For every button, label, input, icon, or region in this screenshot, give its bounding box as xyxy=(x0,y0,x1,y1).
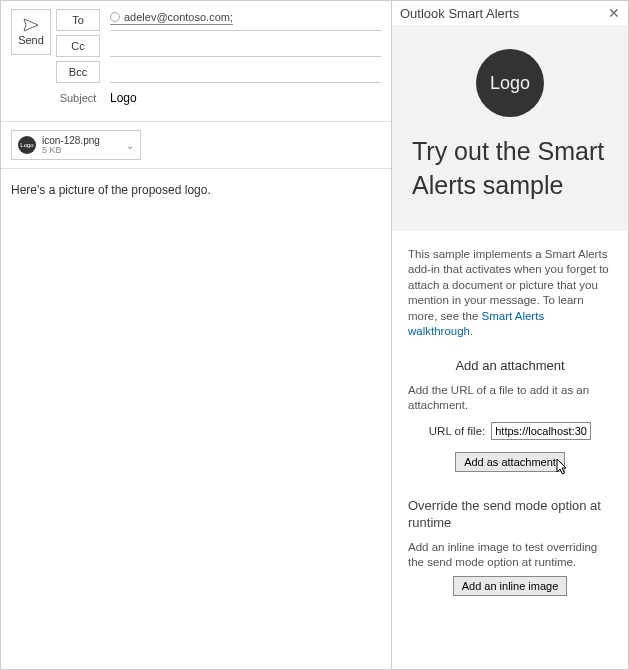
subject-input[interactable] xyxy=(110,87,381,109)
attachment-size: 5 KB xyxy=(42,146,126,156)
send-icon xyxy=(23,18,39,32)
url-label: URL of file: xyxy=(429,425,485,437)
to-button[interactable]: To xyxy=(56,9,100,31)
to-field[interactable]: adelev@contoso.com; xyxy=(110,9,381,31)
add-attachment-title: Add an attachment xyxy=(392,340,628,383)
cc-field[interactable] xyxy=(110,35,381,57)
task-pane-title: Outlook Smart Alerts xyxy=(400,6,608,21)
hero-section: Logo Try out the Smart Alerts sample xyxy=(392,25,628,231)
override-sub: Add an inline image to test overriding t… xyxy=(392,540,628,570)
cc-button[interactable]: Cc xyxy=(56,35,100,57)
description-text: This sample implements a Smart Alerts ad… xyxy=(392,231,628,340)
url-input[interactable] xyxy=(491,422,591,440)
compose-area: Send To adelev@contoso.com; Cc xyxy=(1,1,392,669)
close-icon[interactable]: ✕ xyxy=(608,5,620,21)
attachment-bar: Logo icon-128.png 5 KB ⌄ xyxy=(1,122,391,169)
cursor-icon xyxy=(556,458,570,476)
bcc-button[interactable]: Bcc xyxy=(56,61,100,83)
chevron-down-icon[interactable]: ⌄ xyxy=(126,140,134,151)
task-pane: Outlook Smart Alerts ✕ Logo Try out the … xyxy=(392,1,628,669)
task-pane-body: Logo Try out the Smart Alerts sample Thi… xyxy=(392,25,628,669)
add-inline-image-button[interactable]: Add an inline image xyxy=(453,576,568,596)
override-title: Override the send mode option at runtime xyxy=(392,478,628,540)
attachment-chip[interactable]: Logo icon-128.png 5 KB ⌄ xyxy=(11,130,141,160)
send-button[interactable]: Send xyxy=(11,9,51,55)
send-label: Send xyxy=(18,34,44,46)
presence-icon xyxy=(110,12,120,22)
message-body[interactable]: Here's a picture of the proposed logo. xyxy=(1,169,391,669)
recipient-email: adelev@contoso.com; xyxy=(124,11,233,23)
recipient-pill[interactable]: adelev@contoso.com; xyxy=(110,11,233,25)
subject-label: Subject xyxy=(56,92,100,104)
attachment-thumb-icon: Logo xyxy=(18,136,36,154)
add-as-attachment-button[interactable]: Add as attachment xyxy=(455,452,565,472)
attachment-name: icon-128.png xyxy=(42,135,126,146)
task-pane-header: Outlook Smart Alerts ✕ xyxy=(392,1,628,25)
bcc-field[interactable] xyxy=(110,61,381,83)
hero-title: Try out the Smart Alerts sample xyxy=(412,135,608,203)
add-attachment-sub: Add the URL of a file to add it as an at… xyxy=(392,383,628,413)
compose-header: Send To adelev@contoso.com; Cc xyxy=(1,1,391,122)
logo-icon: Logo xyxy=(476,49,544,117)
